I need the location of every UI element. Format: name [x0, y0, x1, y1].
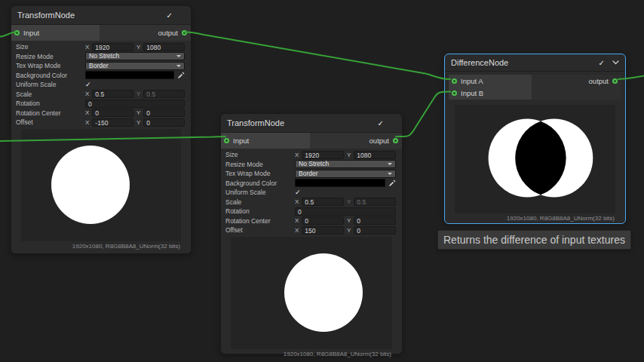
wire-transform2-output-to-difference-input-b[interactable]	[396, 92, 450, 137]
output-port[interactable]	[393, 138, 398, 143]
y-axis-label: Y	[347, 217, 351, 224]
offset-y-input[interactable]: 0	[354, 226, 396, 235]
node-header[interactable]: DifferenceNode ✓	[445, 54, 625, 72]
output-port[interactable]	[612, 78, 618, 84]
output-row: output	[532, 75, 621, 87]
rotation-center-x-input[interactable]: 0	[302, 216, 344, 225]
eyedropper-icon[interactable]	[388, 179, 396, 187]
node-transform-2[interactable]: TransformNode ✓ Input output Size X 1920…	[220, 113, 403, 354]
texture-preview-circle	[284, 253, 363, 332]
y-axis-label: Y	[347, 227, 351, 234]
input-a-port-label: Input A	[461, 77, 483, 85]
field-label: Uniform Scale	[16, 81, 85, 88]
preview-enabled-check-icon[interactable]: ✓	[599, 59, 605, 67]
field-row-tex-wrap-mode: Tex Wrap Mode Border	[221, 169, 402, 179]
background-color-swatch[interactable]	[85, 71, 174, 79]
field-row-background-color: Background Color	[221, 179, 402, 189]
preview-enabled-check-icon[interactable]: ✓	[378, 119, 384, 127]
texture-preview-circle	[51, 146, 130, 224]
output-port[interactable]	[182, 30, 187, 35]
field-row-scale: Scale X 0.5 Y 0.5	[11, 90, 191, 100]
scale-x-input[interactable]: 0.5	[302, 198, 344, 206]
input-b-row: Input B	[449, 87, 532, 100]
x-axis-label: X	[295, 227, 299, 234]
field-row-background-color: Background Color	[11, 71, 191, 81]
preview-enabled-check-icon[interactable]: ✓	[167, 11, 173, 20]
rotation-input[interactable]: 0	[85, 100, 185, 108]
offset-y-input[interactable]: 0	[143, 118, 185, 127]
dropdown-value: Border	[299, 170, 388, 177]
rotation-input[interactable]: 0	[295, 207, 396, 216]
rotation-center-x-input[interactable]: 0	[92, 109, 133, 117]
x-axis-label: X	[85, 90, 89, 97]
offset-x-input[interactable]: 150	[302, 226, 344, 235]
x-axis-label: X	[85, 119, 89, 126]
size-x-input[interactable]: 1920	[302, 151, 344, 159]
dropdown-value: No Stretch	[299, 161, 388, 167]
x-axis-label: X	[85, 44, 89, 51]
node-header[interactable]: TransformNode ✓	[11, 6, 191, 25]
y-axis-label: Y	[347, 198, 351, 205]
wire-transform1-output-to-difference-input-a[interactable]	[185, 32, 450, 80]
tex-wrap-mode-dropdown[interactable]: Border	[85, 62, 185, 70]
node-graph-canvas[interactable]: TransformNode ✓ Input output Size X 1920…	[0, 0, 644, 362]
field-label: Rotation	[225, 207, 295, 215]
field-row-rotation-center: Rotation Center X 0 Y 0	[221, 216, 402, 226]
y-axis-label: Y	[136, 109, 140, 116]
node-header[interactable]: TransformNode ✓	[221, 114, 402, 133]
field-label: Offset	[225, 226, 295, 234]
input-b-port-label: Input B	[461, 89, 483, 97]
input-a-port[interactable]	[452, 78, 457, 84]
node-title: TransformNode	[17, 11, 167, 20]
uniform-scale-checkbox[interactable]: ✓	[85, 81, 91, 88]
field-label: Rotation	[16, 100, 85, 107]
field-label: Uniform Scale	[225, 189, 295, 196]
uniform-scale-checkbox[interactable]: ✓	[295, 189, 301, 196]
field-label: Size	[16, 43, 85, 51]
input-port-row: Input	[11, 25, 100, 41]
output-port-row: output	[100, 25, 191, 41]
dropdown-value: No Stretch	[89, 53, 176, 60]
field-row-offset: Offset X -150 Y 0	[11, 118, 191, 127]
resize-mode-dropdown[interactable]: No Stretch	[295, 160, 396, 168]
output-port-label: output	[370, 137, 389, 145]
input-port[interactable]	[14, 30, 20, 35]
tex-wrap-mode-dropdown[interactable]: Border	[295, 170, 396, 178]
size-y-input[interactable]: 1080	[143, 43, 185, 51]
input-a-row: Input A	[449, 75, 532, 87]
node-title: TransformNode	[227, 118, 378, 127]
resize-mode-dropdown[interactable]: No Stretch	[85, 52, 185, 60]
input-port-label: Input	[23, 29, 39, 37]
dropdown-caret-icon	[388, 173, 392, 175]
texture-info-caption: 1920x1080, R8G8B8A8_UNorm(32 bits)	[221, 351, 391, 357]
y-axis-label: Y	[136, 119, 140, 126]
texture-preview	[231, 237, 392, 349]
dropdown-caret-icon	[388, 163, 392, 165]
rotation-center-y-input[interactable]: 0	[143, 109, 185, 117]
field-row-size: Size X 1920 Y 1080	[221, 150, 402, 160]
scale-y-input: 0.5	[354, 198, 396, 206]
x-axis-label: X	[295, 198, 299, 205]
node-transform-1[interactable]: TransformNode ✓ Input output Size X 1920…	[11, 5, 192, 254]
size-y-input[interactable]: 1080	[354, 151, 396, 159]
eyedropper-icon[interactable]	[177, 72, 185, 79]
scale-x-input[interactable]: 0.5	[92, 90, 133, 98]
offset-x-input[interactable]: -150	[92, 118, 133, 127]
field-label: Tex Wrap Mode	[225, 170, 295, 177]
output-port-row: output	[310, 133, 402, 149]
rotation-center-y-input[interactable]: 0	[354, 216, 396, 225]
background-color-swatch[interactable]	[295, 179, 385, 187]
input-b-port[interactable]	[452, 90, 457, 96]
scale-y-input: 0.5	[143, 90, 185, 98]
field-row-tex-wrap-mode: Tex Wrap Mode Border	[11, 61, 191, 71]
field-row-size: Size X 1920 Y 1080	[11, 42, 191, 52]
y-axis-label: Y	[136, 44, 140, 51]
size-x-input[interactable]: 1920	[92, 43, 133, 51]
field-label: Rotation Center	[225, 217, 295, 225]
input-port[interactable]	[224, 138, 229, 143]
dropdown-value: Border	[89, 63, 176, 69]
texture-info-caption: 1920x1080, R8G8B8A8_UNorm(32 bits)	[445, 215, 615, 222]
field-label: Resize Mode	[225, 161, 295, 168]
node-difference[interactable]: DifferenceNode ✓ Input A Input B	[444, 54, 626, 224]
collapse-chevron-down-icon[interactable]	[612, 60, 619, 65]
